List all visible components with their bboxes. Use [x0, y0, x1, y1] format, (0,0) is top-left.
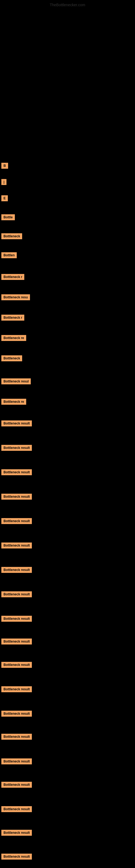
bottleneck-item[interactable]: Bottleneck result: [1, 711, 32, 717]
bottleneck-item[interactable]: Bottleneck result: [1, 494, 32, 500]
bottleneck-item[interactable]: Bottleneck resu: [1, 294, 30, 300]
bottleneck-item[interactable]: Bottleneck: [1, 355, 22, 361]
bottleneck-item[interactable]: E: [1, 195, 8, 201]
bottleneck-item[interactable]: Bottlen: [1, 252, 17, 258]
bottleneck-item[interactable]: Bottleneck result: [1, 421, 32, 426]
bottleneck-item[interactable]: Bottleneck result: [1, 662, 32, 668]
bottleneck-item[interactable]: Bottleneck result: [1, 591, 32, 597]
bottleneck-item[interactable]: Bottleneck result: [1, 616, 32, 622]
bottleneck-item[interactable]: Bottleneck result: [1, 854, 32, 860]
bottleneck-item[interactable]: Bottleneck result: [1, 518, 32, 524]
bottleneck-item[interactable]: Bottleneck resul: [1, 378, 31, 384]
bottleneck-item[interactable]: Bottleneck: [1, 233, 22, 239]
bottleneck-item[interactable]: Bottleneck re: [1, 399, 26, 405]
bottleneck-item[interactable]: Bottleneck result: [1, 758, 32, 764]
bottleneck-item[interactable]: Bottleneck result: [1, 469, 32, 475]
bottleneck-item[interactable]: Bottleneck result: [1, 806, 32, 812]
bottleneck-item[interactable]: Bottleneck result: [1, 734, 32, 740]
site-title: TheBottlenecker.com: [49, 2, 86, 8]
bottleneck-item[interactable]: Bottleneck result: [1, 567, 32, 573]
bottleneck-item[interactable]: Bottleneck result: [1, 686, 32, 692]
bottleneck-item[interactable]: B: [1, 163, 8, 169]
bottleneck-item[interactable]: Bottleneck result: [1, 782, 32, 788]
bottleneck-item[interactable]: Bottleneck r: [1, 315, 24, 321]
bottleneck-item[interactable]: Bottleneck re: [1, 335, 26, 341]
bottleneck-item[interactable]: Bottleneck result: [1, 542, 32, 549]
bottleneck-item[interactable]: Bottleneck result: [1, 830, 32, 836]
bottleneck-item[interactable]: Bottleneck r: [1, 274, 24, 280]
bottleneck-item[interactable]: Bottleneck result: [1, 445, 32, 451]
bottleneck-item[interactable]: |: [1, 179, 6, 185]
bottleneck-item[interactable]: Bottle: [1, 214, 15, 220]
bottleneck-item[interactable]: Bottleneck result: [1, 639, 32, 645]
